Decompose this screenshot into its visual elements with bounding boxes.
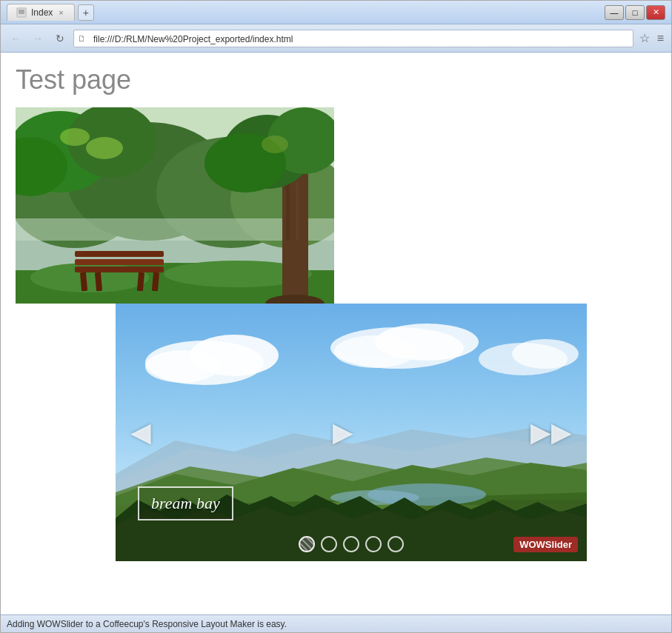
- svg-point-39: [334, 335, 416, 368]
- svg-point-41: [512, 339, 579, 369]
- bookmark-icon[interactable]: ☆: [638, 31, 651, 45]
- slider-prev-button[interactable]: ◀: [130, 417, 151, 448]
- close-button[interactable]: ✕: [646, 5, 665, 20]
- address-bar: ← → ↻ 🗋 file:///D:/RLM/New%20Project_exp…: [1, 24, 671, 53]
- svg-point-23: [86, 137, 123, 159]
- minimize-button[interactable]: —: [605, 5, 624, 20]
- tab-close-button[interactable]: ×: [57, 8, 64, 17]
- svg-rect-1: [19, 10, 24, 14]
- slider-play-button[interactable]: ▶: [333, 417, 353, 448]
- page-title: Test page: [16, 64, 656, 96]
- maximize-button[interactable]: □: [625, 5, 645, 20]
- new-tab-button[interactable]: +: [78, 4, 94, 21]
- status-text: Adding WOWSlider to a Coffeecup's Respon…: [7, 619, 287, 629]
- slider-dot-3[interactable]: [343, 536, 359, 552]
- svg-rect-26: [75, 267, 164, 272]
- web-content: Test page: [1, 53, 671, 614]
- slider-container: ◀ ▶ ▶▶ bream bay WOWSlider: [116, 304, 587, 561]
- browser-tab[interactable]: Index ×: [7, 4, 75, 21]
- tab-favicon: [16, 7, 27, 18]
- address-input[interactable]: file:///D:/RLM/New%20Project_exported/in…: [73, 30, 633, 47]
- back-button[interactable]: ←: [7, 30, 24, 47]
- page-inner: Test page: [1, 53, 671, 573]
- page-icon: 🗋: [78, 34, 86, 43]
- tab-title: Index: [31, 7, 53, 18]
- address-wrapper: 🗋 file:///D:/RLM/New%20Project_exported/…: [73, 30, 633, 47]
- svg-rect-27: [75, 259, 164, 265]
- svg-point-36: [145, 350, 219, 383]
- slider-dots: [299, 536, 404, 552]
- status-bar: Adding WOWSlider to a Coffeecup's Respon…: [1, 614, 671, 632]
- window-controls: — □ ✕: [605, 5, 665, 20]
- slider-caption-box: bream bay: [138, 486, 233, 520]
- slider-caption-text: bream bay: [151, 494, 220, 512]
- svg-rect-32: [75, 251, 164, 257]
- title-bar: Index × + — □ ✕: [1, 1, 671, 24]
- menu-icon[interactable]: ≡: [656, 32, 665, 45]
- slider-dot-5[interactable]: [387, 536, 404, 552]
- forward-button[interactable]: →: [29, 30, 47, 47]
- nature-image: [16, 107, 334, 304]
- svg-point-24: [60, 128, 90, 146]
- slider-dot-1[interactable]: [299, 536, 315, 552]
- svg-point-25: [262, 135, 288, 153]
- browser-window: Index × + — □ ✕ ← → ↻ 🗋 file:///D:/RLM/N…: [0, 0, 672, 633]
- wowslider-badge[interactable]: WOWSlider: [513, 537, 578, 552]
- refresh-button[interactable]: ↻: [51, 30, 69, 47]
- slider-dot-2[interactable]: [321, 536, 337, 552]
- svg-rect-15: [296, 181, 299, 241]
- slider-next-button[interactable]: ▶▶: [530, 417, 572, 448]
- slider-dot-4[interactable]: [365, 536, 382, 552]
